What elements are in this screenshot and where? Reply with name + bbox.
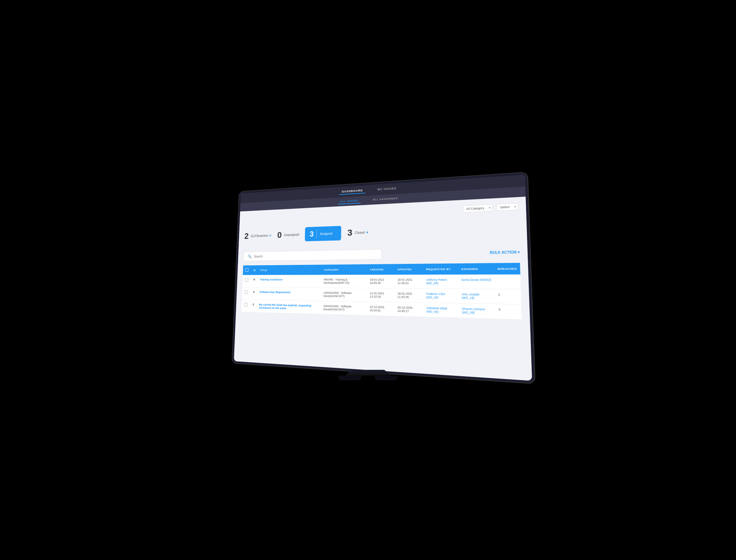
assigned-stat[interactable]: 3 Assigned ▼	[305, 226, 342, 241]
row-title[interactable]: My current MS Suite has expired, request…	[257, 300, 321, 314]
secondary-filter-wrapper: Select	[496, 202, 518, 211]
row-checkbox-0[interactable]	[245, 278, 248, 281]
row-breached: 2	[495, 289, 521, 304]
select-all-checkbox[interactable]	[245, 268, 248, 271]
stat-divider	[317, 229, 317, 238]
closed-stat: 3 Closed ▼	[347, 227, 368, 238]
row-category: Admin(ADM) - Software Issues(ADM-SFT)	[321, 288, 368, 301]
row-requested-by[interactable]: Federico Clint (WD_36)	[423, 288, 459, 303]
sla-breaches-number: 2	[244, 231, 249, 241]
th-category: CATEGORY	[321, 264, 368, 275]
row-checkbox-1[interactable]	[245, 290, 248, 294]
row-title[interactable]: Software Key Requirement	[257, 287, 321, 301]
row-updated: 18-01-2021 11:55:51	[394, 274, 423, 288]
unassigned-label: Unassigned	[284, 233, 299, 237]
assigned-label: Assigned ▼	[320, 231, 337, 235]
th-breached: BREACHED	[494, 263, 520, 274]
row-assignee[interactable]: Shanon Zamora (WD_58)	[459, 303, 496, 318]
search-icon: 🔍	[248, 254, 252, 258]
row-category: HR(HR) - Training & Development(HR-TD)	[321, 275, 368, 288]
row-requested-by[interactable]: Anthony Peters (WD_68)	[423, 274, 458, 289]
row-breached: 5	[495, 304, 521, 319]
row-created: 23-12-2020 15:24:01	[367, 301, 394, 316]
nav-dashboard[interactable]: DASHBOARD	[340, 188, 366, 195]
row-id: 6	[251, 275, 258, 287]
row-title[interactable]: Training Assistance	[258, 275, 322, 288]
search-input[interactable]	[254, 252, 377, 258]
search-box: 🔍	[243, 249, 382, 261]
row-category: Admin(ADM) - Software Issues(ADM-SFT)	[321, 301, 367, 315]
nav-my-issues[interactable]: MY ISSUES	[375, 185, 399, 192]
unassigned-number: 0	[277, 230, 282, 240]
stand-foot-left	[339, 376, 362, 380]
stand-foot-right	[374, 376, 397, 380]
row-assignee[interactable]: Anto Joseph (WD_19)	[458, 289, 495, 304]
th-assignee: ASSIGNEE	[458, 263, 495, 274]
tab-all-assignees[interactable]: ALL ASSIGNEES	[370, 195, 400, 203]
closed-filter-icon[interactable]: ▼	[366, 230, 369, 234]
th-title: TITLE	[258, 265, 322, 275]
table-header-row: ID TITLE CATEGORY CREATED UPDATED REQUES…	[243, 263, 520, 275]
table-row: 6 Training Assistance HR(HR) - Training …	[242, 274, 521, 289]
assigned-number: 3	[310, 230, 314, 239]
row-id: 2	[250, 299, 257, 312]
row-created: 11-01-2021 13:10:18	[367, 288, 394, 302]
closed-label: Closed ▼	[355, 230, 369, 234]
search-row: 🔍 BULK ACTION ▾	[243, 246, 520, 261]
stand-neck	[345, 370, 391, 376]
category-filter[interactable]: All Category	[463, 204, 493, 212]
th-checkbox	[243, 265, 251, 275]
row-assignee[interactable]: Sonia Duran (WD02)	[458, 274, 495, 289]
th-updated: UPDATED	[394, 264, 423, 274]
assigned-filter-icon[interactable]: ▼	[333, 231, 336, 235]
bulk-action-button[interactable]: BULK ACTION ▾	[490, 250, 520, 254]
sla-breaches-stat: 2 SLA Breaches ▼	[244, 230, 272, 241]
category-filter-wrapper: All Category	[463, 204, 493, 212]
th-requested-by: REQUESTED BY	[423, 263, 458, 274]
row-checkbox-2[interactable]	[244, 303, 247, 306]
row-created: 18-01-2021 10:55:35	[368, 274, 395, 288]
secondary-filter[interactable]: Select	[496, 203, 518, 211]
th-id: ID	[251, 265, 258, 275]
row-checkbox-cell	[241, 299, 250, 312]
tab-all-issues[interactable]: ALL ISSUES	[338, 198, 361, 204]
row-updated: 18-01-2021 11:52:35	[394, 288, 423, 303]
row-checkbox-cell	[242, 287, 250, 299]
sla-breaches-label: SLA Breaches ▼	[251, 234, 272, 238]
th-created: CREATED	[368, 264, 394, 275]
unassigned-stat: 0 Unassigned	[277, 229, 299, 240]
main-content: All Category Select 2 SLA Breaches	[234, 196, 532, 381]
closed-number: 3	[347, 227, 352, 238]
row-breached	[495, 274, 521, 289]
sla-filter-icon[interactable]: ▼	[269, 234, 272, 237]
row-updated: 29-12-2020 10:45:17	[394, 302, 423, 317]
row-checkbox-cell	[242, 275, 251, 287]
row-requested-by[interactable]: Abhishek Mittal (WD_50)	[423, 302, 459, 318]
row-id: 5	[250, 287, 257, 299]
issues-table: ID TITLE CATEGORY CREATED UPDATED REQUES…	[241, 263, 522, 319]
